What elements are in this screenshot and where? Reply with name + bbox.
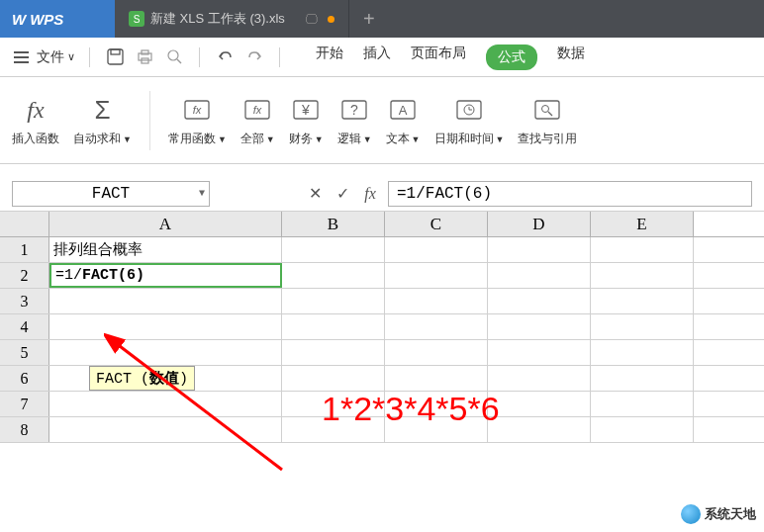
- financial-button[interactable]: ¥ 财务▼: [289, 93, 324, 147]
- sigma-icon: Σ: [85, 93, 119, 127]
- column-header-E[interactable]: E: [591, 212, 694, 236]
- tab-formula[interactable]: 公式: [486, 44, 537, 70]
- cell-C6[interactable]: [385, 366, 488, 391]
- chevron-down-icon: ▼: [315, 134, 324, 144]
- cell-A2[interactable]: =1/FACT(6): [49, 263, 282, 288]
- function-button[interactable]: fx: [360, 184, 380, 204]
- row-header-6[interactable]: 6: [0, 366, 49, 391]
- cell-D1[interactable]: [488, 237, 591, 262]
- new-tab-button[interactable]: +: [349, 0, 389, 38]
- column-header-C[interactable]: C: [385, 212, 488, 236]
- modified-indicator-icon: [328, 16, 334, 23]
- insert-function-button[interactable]: fx 插入函数: [12, 93, 59, 147]
- cell-B4[interactable]: [282, 314, 385, 339]
- tab-insert[interactable]: 插入: [363, 44, 391, 70]
- fx-star-icon: fx: [180, 93, 214, 127]
- tab-page-layout[interactable]: 页面布局: [411, 44, 466, 70]
- cell-E6[interactable]: [591, 366, 694, 391]
- row-header-3[interactable]: 3: [0, 289, 49, 313]
- formula-input[interactable]: =1/FACT(6): [388, 181, 752, 207]
- chevron-down-icon: ▼: [412, 134, 421, 144]
- cell-E7[interactable]: [591, 392, 694, 416]
- print-button[interactable]: [134, 46, 155, 68]
- cell-A4[interactable]: [49, 314, 282, 339]
- name-box[interactable]: FACT ▼: [12, 181, 210, 207]
- print-preview-button[interactable]: [163, 46, 185, 68]
- common-functions-button[interactable]: fx 常用函数▼: [168, 93, 227, 147]
- row-header-2[interactable]: 2: [0, 263, 49, 288]
- cell-E8[interactable]: [591, 417, 694, 442]
- svg-point-22: [542, 106, 549, 113]
- row-header-4[interactable]: 4: [0, 314, 49, 339]
- document-tab[interactable]: S 新建 XLS 工作表 (3).xls 🖵: [115, 0, 349, 38]
- save-button[interactable]: [104, 46, 126, 68]
- cell-A5[interactable]: [49, 340, 282, 365]
- cell-C1[interactable]: [385, 237, 488, 262]
- cell-D5[interactable]: [488, 340, 591, 365]
- cell-B6[interactable]: [282, 366, 385, 391]
- fx-icon: fx: [19, 93, 52, 127]
- svg-text:¥: ¥: [301, 102, 310, 118]
- column-header-D[interactable]: D: [488, 212, 591, 236]
- cell-A7[interactable]: [49, 392, 282, 416]
- cell-B2[interactable]: [282, 263, 385, 288]
- tab-title: 新建 XLS 工作表 (3).xls: [150, 10, 285, 28]
- function-tooltip: FACT (数值): [89, 366, 195, 391]
- cell-D3[interactable]: [488, 289, 591, 313]
- tab-start[interactable]: 开始: [316, 44, 343, 70]
- tab-data[interactable]: 数据: [557, 44, 585, 70]
- row-header-5[interactable]: 5: [0, 340, 49, 365]
- row-header-8[interactable]: 8: [0, 417, 49, 442]
- cell-D4[interactable]: [488, 314, 591, 339]
- title-bar: W WPS S 新建 XLS 工作表 (3).xls 🖵 +: [0, 0, 764, 38]
- cell-B1[interactable]: [282, 237, 385, 262]
- select-all-corner[interactable]: [0, 212, 49, 236]
- lookup-reference-button[interactable]: 查找与引用: [518, 93, 577, 147]
- cell-D8[interactable]: [488, 417, 591, 442]
- logical-button[interactable]: ? 逻辑▼: [337, 93, 372, 147]
- cell-C5[interactable]: [385, 340, 488, 365]
- yen-icon: ¥: [289, 93, 323, 127]
- column-header-B[interactable]: B: [282, 212, 385, 236]
- file-menu[interactable]: 文件 ∨: [37, 48, 75, 66]
- cell-E5[interactable]: [591, 340, 694, 365]
- watermark-text: 系统天地: [705, 505, 756, 523]
- autosum-button[interactable]: Σ 自动求和▼: [73, 93, 132, 147]
- row-3: 3: [0, 289, 764, 314]
- cell-E1[interactable]: [591, 237, 694, 262]
- cell-D6[interactable]: [488, 366, 591, 391]
- svg-line-23: [548, 112, 552, 116]
- cell-A8[interactable]: [49, 417, 282, 442]
- separator: [149, 91, 150, 150]
- svg-rect-21: [535, 101, 559, 119]
- cell-C4[interactable]: [385, 314, 488, 339]
- print-icon: [137, 48, 153, 65]
- row-header-1[interactable]: 1: [0, 237, 49, 262]
- column-headers: A B C D E: [0, 212, 764, 237]
- column-header-A[interactable]: A: [49, 212, 282, 236]
- all-functions-button[interactable]: fx 全部▼: [240, 93, 275, 147]
- cell-A1[interactable]: 排列组合概率: [49, 237, 282, 262]
- cell-E2[interactable]: [591, 263, 694, 288]
- enter-button[interactable]: ✓: [333, 184, 352, 204]
- cancel-button[interactable]: ✕: [305, 184, 325, 204]
- cell-A3[interactable]: [49, 289, 282, 313]
- x-icon: ✕: [309, 184, 322, 203]
- redo-button[interactable]: [243, 46, 265, 68]
- undo-button[interactable]: [214, 46, 236, 68]
- cell-B3[interactable]: [282, 289, 385, 313]
- cell-B5[interactable]: [282, 340, 385, 365]
- cell-C3[interactable]: [385, 289, 488, 313]
- cell-E3[interactable]: [591, 289, 694, 313]
- cell-D7[interactable]: [488, 392, 591, 416]
- hamburger-icon[interactable]: [14, 51, 29, 63]
- text-button[interactable]: A 文本▼: [386, 93, 421, 147]
- cell-D2[interactable]: [488, 263, 591, 288]
- date-time-button[interactable]: 日期和时间▼: [434, 93, 505, 147]
- cell-E4[interactable]: [591, 314, 694, 339]
- row-header-7[interactable]: 7: [0, 392, 49, 416]
- row-1: 1 排列组合概率: [0, 237, 764, 263]
- chevron-down-icon: ▼: [218, 134, 227, 144]
- chevron-down-icon[interactable]: ▼: [199, 188, 205, 199]
- cell-C2[interactable]: [385, 263, 488, 288]
